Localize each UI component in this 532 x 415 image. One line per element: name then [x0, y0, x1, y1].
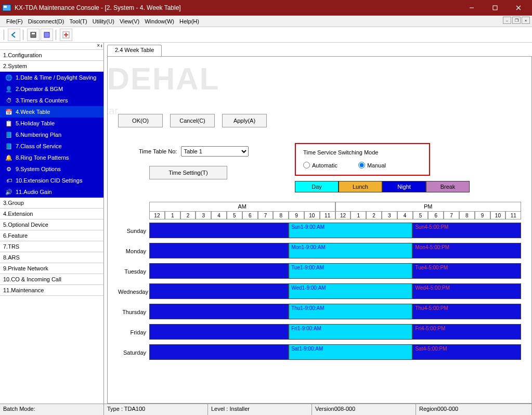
- segment-day[interactable]: Mon1-9:00:AM: [289, 243, 412, 258]
- timetable-select[interactable]: Table 1: [181, 146, 249, 157]
- schedule-bar[interactable]: Fri1-9:00:AMFri4-5:00:PM: [149, 324, 521, 341]
- schedule-bar[interactable]: Sun1-9:00:AMSun4-5:00:PM: [149, 223, 521, 240]
- schedule-row: TuesdayTue1-9:00:AMTue4-5:00:PM: [118, 263, 521, 280]
- plus-icon[interactable]: [60, 29, 72, 41]
- sub-sysoptions[interactable]: ⚙9.System Options: [0, 163, 103, 175]
- mdi-restore-button[interactable]: ❐: [512, 17, 521, 24]
- segment-night-pm[interactable]: Sat4-5:00:PM: [412, 344, 521, 360]
- back-icon[interactable]: [8, 29, 20, 41]
- segment-day[interactable]: Sat1-9:00:AM: [289, 344, 412, 360]
- mdi-minimize-button[interactable]: –: [503, 17, 511, 24]
- sub-ext-cid[interactable]: 🏷10.Extension CID Settings: [0, 175, 103, 186]
- sub-numbering[interactable]: 📘6.Numbering Plan: [0, 129, 103, 140]
- segment-day[interactable]: Fri1-9:00:AM: [289, 324, 412, 340]
- segment-night-pm[interactable]: Wed4-5:00:PM: [412, 283, 521, 299]
- mode-night-button[interactable]: Night: [382, 181, 426, 192]
- window-minimize-button[interactable]: [460, 0, 483, 16]
- segment-day[interactable]: Tue1-9:00:AM: [289, 263, 412, 279]
- radio-automatic[interactable]: Automatic: [303, 162, 338, 168]
- segment-night[interactable]: [149, 324, 289, 340]
- schedule-bar[interactable]: Sat1-9:00:AMSat4-5:00:PM: [149, 344, 521, 361]
- sd-card-icon[interactable]: [41, 29, 53, 41]
- nav-configuration[interactable]: 1.Configuration: [0, 50, 103, 61]
- menu-view[interactable]: View(V): [120, 18, 139, 24]
- book-icon: 📘: [5, 131, 12, 138]
- schedule-row: ThursdayThu1-9:00:AMThu4-5:00:PM: [118, 304, 521, 321]
- sub-date-time[interactable]: 🌐1.Date & Time / Daylight Saving: [0, 72, 103, 83]
- app-icon: [2, 3, 11, 12]
- watermark: iDEHAL: [107, 61, 500, 97]
- ok-button[interactable]: OK(O): [118, 114, 163, 127]
- id-icon: 🏷: [5, 177, 12, 184]
- mode-lunch-button[interactable]: Lunch: [339, 181, 382, 192]
- hour-cell: 1: [165, 211, 180, 219]
- segment-night[interactable]: [149, 344, 289, 360]
- day-label: Friday: [118, 324, 149, 341]
- segment-day[interactable]: Sun1-9:00:AM: [289, 223, 412, 238]
- sub-week-table[interactable]: 📅4.Week Table: [0, 106, 103, 118]
- menu-disconnect[interactable]: Disconnect(D): [28, 18, 64, 24]
- menu-help[interactable]: Help(H): [179, 18, 199, 24]
- sub-ringtone[interactable]: 🔔8.Ring Tone Patterns: [0, 152, 103, 163]
- nav-system[interactable]: 2.System: [0, 61, 103, 72]
- cancel-button[interactable]: Cancel(C): [170, 114, 215, 127]
- schedule-bar[interactable]: Wed1-9:00:AMWed4-5:00:PM: [149, 283, 521, 301]
- segment-night-pm[interactable]: Sun4-5:00:PM: [412, 223, 521, 238]
- segment-night-pm[interactable]: Thu4-5:00:PM: [412, 304, 521, 319]
- nav-extension[interactable]: 4.Extension: [0, 209, 103, 219]
- segment-night[interactable]: [149, 263, 289, 279]
- schedule-bar[interactable]: Tue1-9:00:AMTue4-5:00:PM: [149, 263, 521, 280]
- calendar-icon: 📅: [5, 108, 12, 115]
- status-type: Type : TDA100: [104, 404, 208, 415]
- nav-co-incoming[interactable]: 10.CO & Incoming Call: [0, 274, 103, 285]
- schedule-bar[interactable]: Thu1-9:00:AMThu4-5:00:PM: [149, 304, 521, 321]
- radio-manual[interactable]: Manual: [358, 162, 386, 168]
- segment-night-pm[interactable]: Fri4-5:00:PM: [412, 324, 521, 340]
- segment-night[interactable]: [149, 243, 289, 258]
- time-setting-button[interactable]: Time Setting(T): [149, 166, 227, 179]
- svg-rect-3: [493, 6, 497, 10]
- segment-day[interactable]: Thu1-9:00:AM: [289, 304, 412, 319]
- tab-week-table[interactable]: 2.4 Week Table: [107, 45, 162, 56]
- mode-break-button[interactable]: Break: [426, 181, 470, 192]
- statusbar: Batch Mode: Type : TDA100 Level : Instal…: [0, 404, 532, 415]
- nav-private-network[interactable]: 9.Private Network: [0, 263, 103, 274]
- sub-timers[interactable]: ⏱3.Timers & Counters: [0, 95, 103, 106]
- menu-utility[interactable]: Utility(U): [93, 18, 114, 24]
- switching-mode-box: Time Service Switching Mode Automatic Ma…: [295, 143, 430, 176]
- apply-button[interactable]: Apply(A): [222, 114, 267, 127]
- save-icon[interactable]: [27, 29, 40, 41]
- nav-group[interactable]: 3.Group: [0, 198, 103, 209]
- menu-tool[interactable]: Tool(T): [69, 18, 87, 24]
- nav-trs[interactable]: 7.TRS: [0, 241, 103, 252]
- toolbar: [0, 27, 532, 43]
- menu-window[interactable]: Window(W): [145, 18, 174, 24]
- window-close-button[interactable]: [507, 0, 530, 16]
- sub-audio-gain[interactable]: 🔊11.Audio Gain: [0, 186, 103, 198]
- mdi-close-button[interactable]: ×: [522, 17, 530, 24]
- nav-ars[interactable]: 8.ARS: [0, 252, 103, 263]
- segment-night-pm[interactable]: Mon4-5:00:PM: [412, 243, 521, 258]
- mode-day-button[interactable]: Day: [295, 181, 339, 192]
- sub-operator-bgm[interactable]: 👤2.Operator & BGM: [0, 83, 103, 95]
- menu-file[interactable]: File(F): [6, 18, 23, 24]
- sidebar-close-button[interactable]: ×⫞: [0, 43, 103, 50]
- nav-optional-device[interactable]: 5.Optional Device: [0, 219, 103, 230]
- segment-night-pm[interactable]: Tue4-5:00:PM: [412, 263, 521, 279]
- segment-night[interactable]: [149, 304, 289, 319]
- segment-day[interactable]: Wed1-9:00:AM: [289, 283, 412, 299]
- schedule-row: WednesdayWed1-9:00:AMWed4-5:00:PM: [118, 283, 521, 301]
- hour-cell: 10: [490, 211, 506, 219]
- nav-feature[interactable]: 6.Feature: [0, 230, 103, 241]
- sub-holiday[interactable]: 📋5.Holiday Table: [0, 118, 103, 129]
- day-label: Wednesday: [118, 283, 149, 301]
- nav-maintenance[interactable]: 11.Maintenance: [0, 285, 103, 296]
- gear-icon: ⚙: [5, 165, 12, 173]
- svg-rect-1: [4, 6, 7, 8]
- window-maximize-button[interactable]: [483, 0, 507, 16]
- schedule-bar[interactable]: Mon1-9:00:AMMon4-5:00:PM: [149, 243, 521, 260]
- hour-cell: 7: [258, 211, 274, 219]
- segment-night[interactable]: [149, 223, 289, 238]
- sub-cos[interactable]: 📘7.Class of Service: [0, 140, 103, 152]
- segment-night[interactable]: [149, 283, 289, 299]
